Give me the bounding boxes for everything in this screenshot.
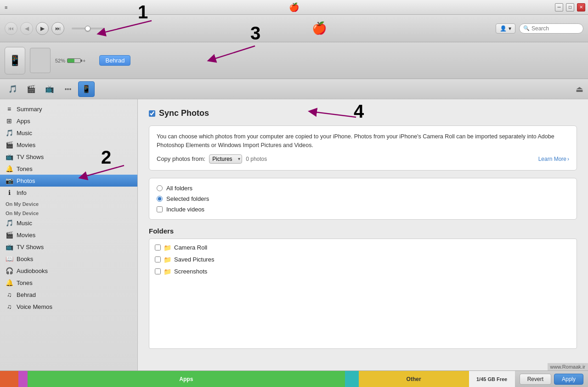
sidebar-item-om-movies[interactable]: 🎬 Movies — [0, 229, 137, 241]
sidebar-label-photos: Photos — [17, 177, 35, 184]
maximize-button[interactable]: □ — [566, 3, 574, 11]
om-music-icon: 🎵 — [6, 219, 13, 227]
sidebar-item-om-audiobooks[interactable]: 🎧 Audiobooks — [0, 265, 137, 277]
folder-label-screenshots: Screenshots — [174, 268, 207, 275]
sidebar-label-om-books: Books — [17, 256, 33, 262]
sync-photos-checkbox[interactable] — [149, 110, 155, 117]
sidebar-label-om-music: Music — [17, 220, 32, 227]
folder-checkbox-saved-pictures[interactable] — [155, 256, 161, 262]
music-icon: 🎵 — [6, 129, 13, 137]
copy-from-label: Copy photos from: — [157, 154, 205, 164]
om-behrad-icon: ♫ — [6, 291, 13, 298]
toolbar-right: 👤 ▾ 🔍 — [496, 23, 583, 34]
nav-more-button[interactable]: ••• — [60, 81, 76, 97]
sidebar-label-om-voicememos: Voice Memos — [17, 303, 52, 310]
search-box[interactable]: 🔍 — [519, 23, 583, 34]
battery-bar — [67, 58, 81, 63]
folder-checkbox-screenshots[interactable] — [155, 268, 161, 274]
sidebar-item-om-tvshows[interactable]: 📺 TV Shows — [0, 241, 137, 253]
nav-music-button[interactable]: 🎵 — [5, 81, 21, 97]
info-icon: ℹ — [6, 189, 13, 196]
title-bar: ≡ 🍎 ─ □ ✕ — [0, 0, 588, 15]
folder-icon-screenshots: 📁 — [164, 268, 171, 275]
folder-item-saved-pictures[interactable]: 📁 Saved Pictures — [152, 254, 574, 266]
account-icon: 👤 — [500, 25, 507, 32]
sidebar-item-om-behrad[interactable]: ♫ Behrad — [0, 289, 137, 301]
close-button[interactable]: ✕ — [577, 3, 585, 11]
copy-row: Copy photos from: Pictures 0 photos Lear… — [157, 154, 569, 164]
all-folders-radio[interactable] — [157, 185, 163, 191]
back-button[interactable]: ◀ — [20, 22, 33, 35]
eject-button[interactable]: ⏏ — [576, 84, 583, 94]
apps-icon: ⊞ — [6, 117, 13, 125]
toolbar-center: 🍎 — [146, 21, 492, 35]
folders-title: Folders — [149, 227, 577, 235]
om-movies-icon: 🎬 — [6, 231, 13, 239]
sidebar-item-photos[interactable]: 📷 Photos — [0, 175, 137, 187]
folder-item-screenshots[interactable]: 📁 Screenshots — [152, 266, 574, 278]
nav-movies-button[interactable]: 🎬 — [23, 81, 40, 97]
search-icon: 🔍 — [523, 25, 530, 31]
sidebar-item-om-voicememos[interactable]: ♫ Voice Memos — [0, 301, 137, 313]
include-videos-checkbox[interactable] — [157, 206, 163, 212]
device-icon-secondary — [30, 48, 51, 73]
selected-folders-radio[interactable] — [157, 196, 163, 202]
sidebar-item-tones[interactable]: 🔔 Tones — [0, 163, 137, 175]
revert-button[interactable]: Revert — [520, 374, 551, 385]
nav-icons-bar: 🎵 🎬 📺 ••• 📱 ⏏ — [0, 79, 588, 99]
folders-list: 📁 Camera Roll 📁 Saved Pictures 📁 Screens… — [149, 239, 577, 349]
rewind-button[interactable]: ⏮ — [5, 22, 17, 35]
title-bar-left: ≡ — [3, 4, 9, 11]
battery-row: 52% + — [55, 58, 85, 63]
device-info: 52% + — [55, 58, 85, 63]
title-bar-center: 🍎 — [289, 2, 299, 12]
minimize-button[interactable]: ─ — [555, 3, 563, 11]
sidebar-section-on-my-device: On My Device — [0, 199, 137, 208]
title-menu[interactable]: ≡ — [3, 4, 9, 11]
selected-folders-label[interactable]: Selected folders — [166, 195, 209, 202]
sidebar-item-om-books[interactable]: 📖 Books — [0, 253, 137, 265]
sidebar-item-summary[interactable]: ≡ Summary — [0, 103, 137, 115]
sidebar-label-summary: Summary — [17, 106, 42, 113]
sidebar-item-om-music[interactable]: 🎵 Music — [0, 217, 137, 229]
sidebar-item-om-tones[interactable]: 🔔 Tones — [0, 277, 137, 289]
selected-folders-row: Selected folders — [157, 195, 569, 202]
device-tab-behrad[interactable]: Behrad — [99, 55, 130, 66]
watermark: www.Romaak.ir — [548, 363, 588, 370]
main-layout: ≡ Summary ⊞ Apps 🎵 Music 🎬 Movies 📺 TV S… — [0, 99, 588, 370]
folder-item-camera-roll[interactable]: 📁 Camera Roll — [152, 242, 574, 254]
sidebar-item-music[interactable]: 🎵 Music — [0, 127, 137, 139]
sidebar-item-apps[interactable]: ⊞ Apps — [0, 115, 137, 127]
all-folders-label[interactable]: All folders — [166, 185, 192, 192]
folder-icon-saved-pictures: 📁 — [164, 256, 171, 263]
om-tvshows-icon: 📺 — [6, 243, 13, 250]
include-videos-row: Include videos — [157, 206, 569, 213]
account-button[interactable]: 👤 ▾ — [496, 23, 515, 34]
storage-apps-seg3: Apps — [28, 371, 345, 387]
sidebar-label-om-tvshows: TV Shows — [17, 244, 44, 250]
tones-icon: 🔔 — [6, 165, 13, 172]
sidebar-label-info: Info — [17, 189, 27, 196]
om-audiobooks-icon: 🎧 — [6, 267, 13, 274]
volume-thumb — [85, 26, 90, 31]
pictures-select[interactable]: Pictures — [209, 154, 242, 164]
device-icon-phone: 📱 — [5, 47, 25, 74]
volume-slider[interactable] — [72, 28, 104, 29]
include-videos-label[interactable]: Include videos — [166, 206, 204, 213]
sidebar-item-movies[interactable]: 🎬 Movies — [0, 139, 137, 151]
info-text: You can choose which photos from your co… — [157, 132, 569, 150]
nav-tv-button[interactable]: 📺 — [41, 81, 58, 97]
sidebar-item-info[interactable]: ℹ Info — [0, 187, 137, 199]
search-input[interactable] — [531, 25, 582, 32]
storage-apps-seg1 — [0, 371, 18, 387]
sidebar-item-tvshows[interactable]: 📺 TV Shows — [0, 151, 137, 163]
nav-phone-button[interactable]: 📱 — [78, 81, 95, 97]
photos-icon: 📷 — [6, 177, 13, 184]
play-button[interactable]: ▶ — [36, 22, 49, 35]
fast-forward-button[interactable]: ⏭ — [51, 22, 64, 35]
pictures-select-wrapper[interactable]: Pictures — [209, 154, 242, 164]
folder-checkbox-camera-roll[interactable] — [155, 245, 161, 250]
apply-button[interactable]: Apply — [554, 374, 583, 385]
storage-other-seg2: Other — [359, 371, 469, 387]
learn-more-link[interactable]: Learn More › — [538, 155, 569, 163]
